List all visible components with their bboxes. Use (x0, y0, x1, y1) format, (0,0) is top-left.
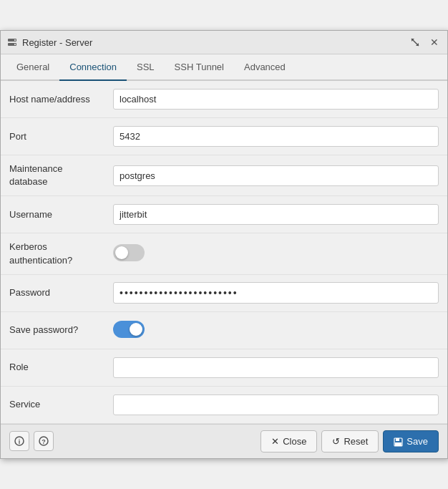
tab-general[interactable]: General (6, 54, 59, 81)
reset-icon: ↺ (332, 436, 340, 447)
hostname-row: Host name/address (1, 81, 447, 118)
reset-button[interactable]: ↺ Reset (321, 430, 379, 452)
kerberos-toggle-track[interactable] (113, 244, 145, 261)
service-field-wrapper (104, 389, 447, 421)
help-button[interactable]: ? (34, 431, 54, 451)
password-row: Password (1, 275, 447, 312)
service-input[interactable] (113, 394, 439, 415)
window-title: Register - Server (22, 37, 403, 48)
role-field-wrapper (104, 352, 447, 384)
svg-point-2 (14, 39, 16, 41)
svg-rect-11 (395, 442, 401, 446)
close-icon: ✕ (271, 436, 279, 447)
role-input[interactable] (113, 357, 439, 378)
tab-bar: General Connection SSL SSH Tunnel Advanc… (1, 54, 447, 81)
close-label: Close (283, 436, 306, 447)
password-input[interactable] (113, 282, 439, 304)
reset-label: Reset (344, 436, 368, 447)
kerberos-row: Kerberos authentication? (1, 233, 447, 274)
port-row: Port (1, 118, 447, 155)
role-label: Role (1, 354, 104, 381)
role-row: Role (1, 349, 447, 387)
footer-right-actions: ✕ Close ↺ Reset Save (260, 430, 439, 452)
maximize-button[interactable] (407, 36, 423, 49)
password-field-wrapper (104, 276, 447, 309)
port-label: Port (1, 123, 104, 150)
tab-ssh-tunnel[interactable]: SSH Tunnel (165, 54, 234, 81)
close-button[interactable]: ✕ Close (260, 430, 317, 452)
title-bar: Register - Server ✕ (1, 31, 447, 54)
form-content: Host name/address Port Maintenance datab… (1, 81, 447, 424)
username-label: Username (1, 201, 104, 228)
service-label: Service (1, 391, 104, 418)
tab-ssl[interactable]: SSL (127, 54, 165, 81)
kerberos-toggle-thumb (115, 246, 128, 259)
register-server-window: Register - Server ✕ General Connection S… (0, 30, 448, 459)
hostname-label: Host name/address (1, 86, 104, 113)
hostname-input[interactable] (113, 89, 439, 110)
save-password-row: Save password? (1, 312, 447, 349)
hostname-field-wrapper (104, 83, 447, 115)
save-button[interactable]: Save (383, 430, 439, 452)
close-window-button[interactable]: ✕ (427, 35, 442, 49)
port-field-wrapper (104, 120, 447, 152)
maintenance-db-field-wrapper (104, 160, 447, 192)
password-label: Password (1, 279, 104, 306)
save-password-toggle-track[interactable] (113, 321, 145, 338)
server-icon (6, 37, 18, 48)
service-row: Service (1, 387, 447, 424)
footer-left-actions: i ? (9, 431, 54, 451)
port-input[interactable] (113, 126, 439, 147)
save-password-label: Save password? (1, 316, 104, 344)
maintenance-db-label: Maintenance database (1, 155, 104, 195)
svg-point-3 (14, 44, 16, 45)
kerberos-field-wrapper (104, 238, 447, 269)
info-button[interactable]: i (9, 431, 29, 451)
footer: i ? ✕ Close ↺ Reset (1, 424, 447, 458)
tab-advanced[interactable]: Advanced (234, 54, 296, 81)
svg-text:i: i (19, 438, 21, 445)
tab-connection[interactable]: Connection (59, 54, 127, 81)
maintenance-db-row: Maintenance database (1, 155, 447, 196)
save-password-toggle[interactable] (113, 321, 145, 338)
svg-text:?: ? (42, 438, 46, 445)
kerberos-toggle[interactable] (113, 244, 145, 261)
save-password-field-wrapper (104, 315, 447, 346)
username-row: Username (1, 196, 447, 233)
save-password-toggle-thumb (130, 323, 142, 336)
svg-line-4 (412, 39, 419, 46)
save-label: Save (406, 436, 428, 447)
save-icon (394, 436, 403, 447)
kerberos-label: Kerberos authentication? (1, 233, 104, 273)
username-field-wrapper (104, 198, 447, 231)
svg-rect-10 (396, 438, 399, 441)
username-input[interactable] (113, 204, 439, 225)
maintenance-db-input[interactable] (113, 165, 439, 186)
